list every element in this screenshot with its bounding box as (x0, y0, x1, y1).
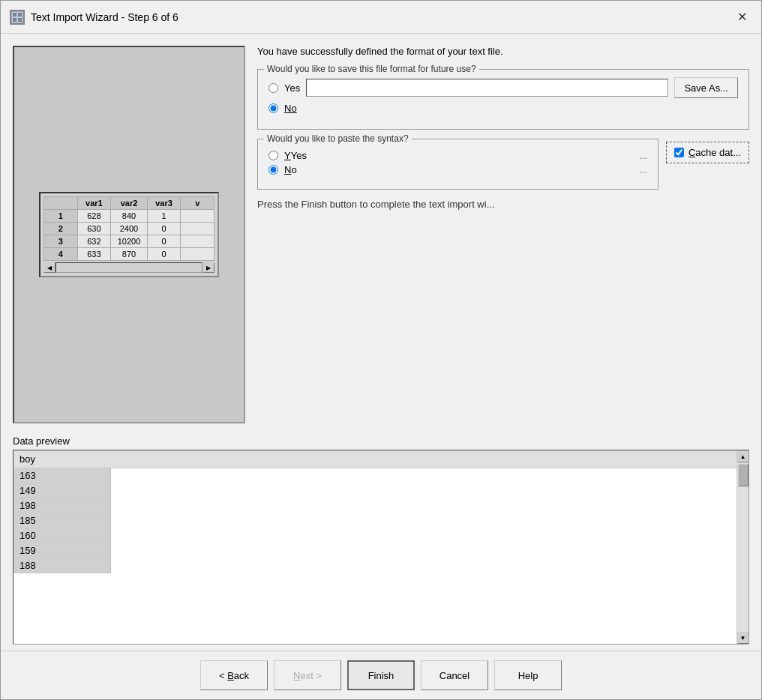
main-window: Text Import Wizard - Step 6 of 6 ✕ var1 … (0, 0, 762, 700)
cell: 870 (111, 248, 148, 261)
close-button[interactable]: ✕ (731, 7, 752, 28)
cell: 0 (147, 223, 181, 235)
help-button[interactable]: Help (494, 660, 562, 690)
list-item: 198 (14, 498, 736, 513)
svg-rect-2 (18, 13, 22, 16)
cache-label: Cache dat... (688, 147, 741, 158)
scroll-right-arrow[interactable]: ▶ (202, 262, 214, 273)
cell: 2400 (111, 223, 148, 235)
cache-area: Cache dat... (666, 142, 749, 163)
paste-section: Would you like to paste the syntax? YYes… (257, 139, 749, 190)
window-title: Text Import Wizard - Step 6 of 6 (31, 11, 178, 23)
scroll-left-arrow[interactable]: ◀ (44, 262, 56, 273)
finish-message: Press the Finish button to complete the … (257, 199, 749, 210)
table-row: 3 632 10200 0 (44, 235, 214, 248)
cell (181, 235, 214, 248)
preview-panel: var1 var2 var3 v 1 628 840 1 (13, 46, 245, 423)
data-cell: 149 (14, 483, 111, 498)
row-num: 1 (44, 210, 78, 223)
cell: 10200 (111, 235, 148, 248)
svg-rect-4 (18, 18, 22, 22)
row-num: 4 (44, 248, 78, 261)
save-format-no-row: No (268, 103, 738, 114)
scroll-thumb[interactable] (738, 464, 748, 486)
col-header-v: v (181, 197, 214, 210)
save-format-no-label: No (284, 103, 297, 114)
save-format-yes-row: Yes Save As... (268, 77, 738, 98)
data-cell: 159 (14, 543, 111, 558)
paste-syntax-yes-label: YYes (284, 150, 307, 161)
data-preview-box: boy 163 149 198 185 160 (13, 450, 749, 645)
cell: 630 (77, 223, 111, 235)
paste-no-ellipsis: ... (640, 165, 647, 175)
data-preview-label: Data preview (13, 435, 749, 447)
scroll-up-arrow[interactable]: ▲ (737, 450, 749, 462)
cache-checkbox[interactable] (674, 148, 684, 157)
save-format-no-radio[interactable] (268, 103, 278, 113)
table-row: 2 630 2400 0 (44, 223, 214, 235)
paste-yes-ellipsis: ... (640, 151, 647, 161)
col-header-var3: var3 (147, 197, 181, 210)
cell (181, 248, 214, 261)
button-bar: < Back Next > Finish Cancel Help (1, 651, 761, 699)
cancel-button[interactable]: Cancel (421, 660, 488, 690)
save-as-button[interactable]: Save As... (674, 77, 738, 98)
data-preview-section: Data preview boy 163 149 198 185 (1, 435, 761, 645)
col-header-var1: var1 (77, 197, 111, 210)
data-cell: 198 (14, 498, 111, 513)
list-item: 185 (14, 513, 736, 528)
cell: 0 (147, 235, 181, 248)
title-bar-left: Text Import Wizard - Step 6 of 6 (10, 10, 178, 25)
data-rows: 163 149 198 185 160 159 (14, 468, 736, 573)
cell: 0 (147, 248, 181, 261)
paste-syntax-label: Would you like to paste the syntax? (264, 133, 412, 144)
svg-rect-3 (13, 18, 16, 22)
list-item: 160 (14, 528, 736, 543)
save-format-label: Would you like to save this file format … (264, 64, 479, 74)
list-item: 149 (14, 483, 736, 498)
paste-syntax-group: Would you like to paste the syntax? YYes… (257, 139, 658, 190)
back-button[interactable]: < Back (200, 660, 268, 690)
row-num: 3 (44, 235, 78, 248)
paste-yes-row: YYes ... (268, 150, 647, 161)
data-cell: 188 (14, 558, 111, 573)
paste-syntax-no-radio[interactable] (268, 165, 278, 175)
title-bar: Text Import Wizard - Step 6 of 6 ✕ (1, 1, 761, 34)
preview-table-wrapper: var1 var2 var3 v 1 628 840 1 (39, 192, 219, 277)
options-panel: You have successfully defined the format… (257, 46, 749, 423)
cell: 633 (77, 248, 111, 261)
scroll-down-arrow[interactable]: ▼ (737, 632, 749, 644)
save-format-group: Would you like to save this file format … (257, 69, 749, 130)
paste-no-row: No ... (268, 164, 647, 175)
data-preview-content: boy 163 149 198 185 160 (14, 450, 736, 644)
cell (181, 210, 214, 223)
data-cell: 163 (14, 468, 111, 483)
list-item: 188 (14, 558, 736, 573)
cell (181, 223, 214, 235)
data-cell: 185 (14, 513, 111, 528)
content-area: var1 var2 var3 v 1 628 840 1 (1, 34, 761, 435)
cell: 632 (77, 235, 111, 248)
app-icon (10, 10, 25, 25)
cell: 628 (77, 210, 111, 223)
table-row: 4 633 870 0 (44, 248, 214, 261)
col-header-empty (44, 197, 78, 210)
cell: 840 (111, 210, 148, 223)
svg-rect-1 (13, 13, 16, 16)
row-num: 2 (44, 223, 78, 235)
next-button[interactable]: Next > (274, 660, 341, 690)
data-preview-header: boy (14, 450, 736, 468)
preview-table: var1 var2 var3 v 1 628 840 1 (44, 196, 214, 261)
list-item: 163 (14, 468, 736, 483)
success-message: You have successfully defined the format… (257, 46, 749, 57)
table-row: 1 628 840 1 (44, 210, 214, 223)
paste-syntax-yes-radio[interactable] (268, 151, 278, 160)
data-vertical-scrollbar: ▲ ▼ (736, 450, 748, 644)
scroll-track[interactable] (56, 262, 202, 273)
col-header-var2: var2 (111, 197, 148, 210)
cell: 1 (147, 210, 181, 223)
list-item: 159 (14, 543, 736, 558)
save-format-input[interactable] (306, 79, 668, 97)
finish-button[interactable]: Finish (347, 660, 415, 690)
save-format-yes-radio[interactable] (268, 83, 278, 93)
